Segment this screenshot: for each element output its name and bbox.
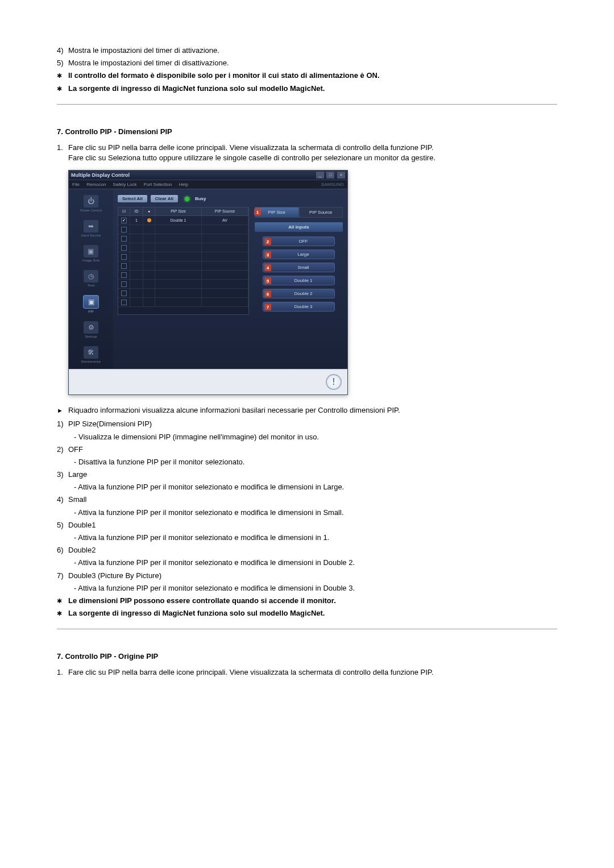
label: Large xyxy=(297,252,309,257)
item-6: 6) Double2 xyxy=(57,545,557,555)
gear-icon: ⚙ xyxy=(84,321,98,334)
title: Double1 xyxy=(68,520,557,530)
label: Power Control xyxy=(80,209,102,212)
item-4: 4) Small xyxy=(57,495,557,505)
label: Image Size xyxy=(82,259,99,262)
tab-pip-size[interactable]: 1 PIP Size xyxy=(255,207,299,218)
tab-row: 1 PIP Size PIP Source xyxy=(255,207,343,218)
menu-port[interactable]: Port Selection xyxy=(144,182,172,187)
text: Fare clic su PIP nella barra delle icone… xyxy=(68,143,557,163)
cell-source: AV xyxy=(202,216,248,225)
intro-note-2: ✱ La sorgente di ingresso di MagicNet fu… xyxy=(57,84,557,94)
intro-note-1: ✱ Il controllo del formato è disponibile… xyxy=(57,70,557,81)
table-row[interactable] xyxy=(118,252,248,261)
option-double2[interactable]: 6 Double 2 xyxy=(263,289,335,298)
section2-step1: 1. Fare clic su PIP nella barra delle ic… xyxy=(57,667,557,678)
table-row[interactable] xyxy=(118,225,248,234)
monitor-grid: ☑ ID ● PIP Size PIP Source ✔ 1 Double 1 … xyxy=(118,207,249,315)
busy-label: Busy xyxy=(195,196,206,201)
sidebar-item-power[interactable]: ⏻ Power Control xyxy=(80,195,102,212)
table-row[interactable] xyxy=(118,298,248,307)
sidebar-item-input[interactable]: ➥ Input Source xyxy=(81,220,101,237)
sidebar-item-settings[interactable]: ⚙ Settings xyxy=(84,321,98,338)
table-row[interactable] xyxy=(118,243,248,252)
tab-pip-source[interactable]: PIP Source xyxy=(299,207,343,218)
title: PIP Size(Dimensioni PIP) xyxy=(68,419,557,429)
sidebar-item-image[interactable]: ▣ Image Size xyxy=(82,245,99,262)
sidebar-item-pip[interactable]: ▣ PIP xyxy=(83,295,99,313)
close-button[interactable]: × xyxy=(337,172,345,178)
menus: File Remocon Safety Lock Port Selection … xyxy=(72,182,194,187)
col-pipsource: PIP Source xyxy=(202,207,248,216)
wrench-icon: 🛠 xyxy=(84,346,98,359)
options-panel: 1 PIP Size PIP Source All Inputs 2 OFF xyxy=(255,207,343,315)
note-bullet-icon: ✱ xyxy=(57,70,68,80)
clear-all-button[interactable]: Clear All xyxy=(151,195,178,202)
select-all-button[interactable]: Select All xyxy=(118,195,147,202)
marker: 3) xyxy=(57,470,68,480)
marker: 2) xyxy=(57,445,68,455)
item-3: 3) Large xyxy=(57,470,557,480)
section1-step1: 1. Fare clic su PIP nella barra delle ic… xyxy=(57,143,557,163)
sidebar-item-time[interactable]: ◷ Time xyxy=(84,270,98,287)
cell-id: 1 xyxy=(130,216,143,225)
panel-heading: All Inputs xyxy=(255,222,343,232)
item-5-desc: - Attiva la funzione PIP per il monitor … xyxy=(74,533,557,543)
label: Small xyxy=(297,265,309,270)
menu-safety[interactable]: Safety Lock xyxy=(113,182,137,187)
maximize-button[interactable]: □ xyxy=(326,172,334,178)
document-page: 4) Mostra le impostazioni del timer di a… xyxy=(0,0,614,726)
option-large[interactable]: 3 Large xyxy=(263,250,335,259)
divider xyxy=(57,629,557,629)
option-double3[interactable]: 7 Double 3 xyxy=(263,302,335,312)
badge-1: 1 xyxy=(254,209,261,215)
badge: 4 xyxy=(264,264,271,271)
status-dot-icon xyxy=(147,218,151,222)
title: Double2 xyxy=(68,545,557,555)
cell-checkbox[interactable]: ✔ xyxy=(118,216,130,225)
item-3-desc: - Attiva la funzione PIP per il monitor … xyxy=(74,482,557,492)
menu-remocon[interactable]: Remocon xyxy=(86,182,106,187)
arrow-icon: ► xyxy=(57,405,68,415)
text: Fare clic su PIP nella barra delle icone… xyxy=(68,667,557,678)
app-body: ⏻ Power Control ➥ Input Source ▣ Image S… xyxy=(69,189,347,369)
menu-help[interactable]: Help xyxy=(179,182,188,187)
main-area: Select All Clear All Busy ☑ ID ● PIP Siz… xyxy=(113,189,347,369)
item-2: 2) OFF xyxy=(57,445,557,455)
table-row[interactable] xyxy=(118,234,248,243)
line2: Fare clic su Seleziona tutto oppure util… xyxy=(68,153,435,162)
table-row[interactable] xyxy=(118,289,248,298)
menu-file[interactable]: File xyxy=(72,182,80,187)
marker: 5) xyxy=(57,520,68,530)
option-off[interactable]: 2 OFF xyxy=(263,236,335,246)
minimize-button[interactable]: _ xyxy=(316,172,324,178)
line1: Fare clic su PIP nella barra delle icone… xyxy=(68,143,433,152)
item-1: 1) PIP Size(Dimensioni PIP) xyxy=(57,419,557,429)
text: Mostra le impostazioni del timer di disa… xyxy=(68,58,557,68)
content-split: ☑ ID ● PIP Size PIP Source ✔ 1 Double 1 … xyxy=(118,207,343,315)
col-pipsize: PIP Size xyxy=(155,207,202,216)
table-row[interactable]: ✔ 1 Double 1 AV xyxy=(118,216,248,225)
table-row[interactable] xyxy=(118,261,248,271)
grid-header: ☑ ID ● PIP Size PIP Source xyxy=(118,207,248,216)
sidebar-item-maintenance[interactable]: 🛠 Maintenance xyxy=(81,346,101,363)
intro-item-5: 5) Mostra le impostazioni del timer di d… xyxy=(57,58,557,68)
badge: 5 xyxy=(264,277,271,284)
option-double1[interactable]: 5 Double 1 xyxy=(263,276,335,285)
input-icon: ➥ xyxy=(84,220,98,232)
cell-checkbox[interactable] xyxy=(118,225,130,234)
item-1-desc: - Visualizza le dimensioni PIP (immagine… xyxy=(74,432,557,442)
tab-label: PIP Source xyxy=(309,210,332,215)
note-text: La sorgente di ingresso di MagicNet funz… xyxy=(68,84,557,94)
badge: 3 xyxy=(264,251,271,258)
table-row[interactable] xyxy=(118,271,248,280)
label: PIP xyxy=(88,310,94,313)
marker: 1. xyxy=(57,667,68,678)
title: Small xyxy=(68,495,557,505)
intro-item-4: 4) Mostra le impostazioni del timer di a… xyxy=(57,45,557,56)
table-row[interactable] xyxy=(118,280,248,289)
item-7: 7) Double3 (Picture By Picture) xyxy=(57,571,557,581)
marker: 4) xyxy=(57,495,68,505)
item-4-desc: - Attiva la funzione PIP per il monitor … xyxy=(74,508,557,518)
option-small[interactable]: 4 Small xyxy=(263,263,335,272)
